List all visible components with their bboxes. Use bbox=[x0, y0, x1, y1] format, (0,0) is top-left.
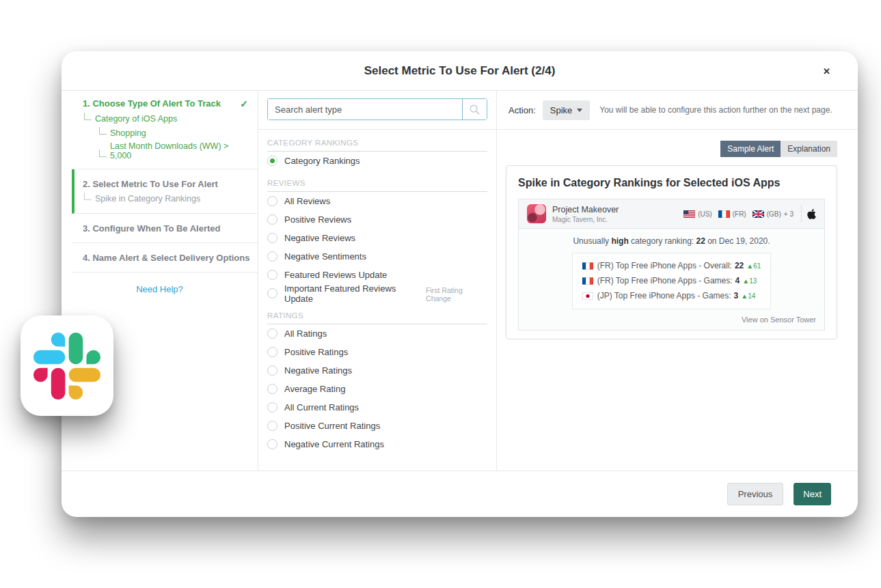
section-reviews: REVIEWS bbox=[267, 179, 487, 192]
view-on-sensor-tower-link[interactable]: View on Sensor Tower bbox=[527, 316, 816, 324]
radio-icon[interactable] bbox=[267, 384, 277, 394]
step-1-child: Category of iOS Apps bbox=[83, 113, 251, 124]
radio-icon[interactable] bbox=[267, 402, 277, 412]
close-icon[interactable]: ✕ bbox=[823, 66, 830, 75]
radio-icon[interactable] bbox=[267, 233, 277, 243]
step-1-label: 1. Choose Type Of Alert To Track bbox=[83, 98, 221, 109]
metric-option[interactable]: Positive Current Ratings bbox=[267, 417, 487, 435]
ranking-text: (JP) Top Free iPhone Apps - Games: bbox=[597, 291, 731, 300]
summary-text: category ranking: bbox=[629, 236, 696, 246]
ranking-value: 3 bbox=[734, 291, 739, 300]
summary-text: Unusually bbox=[573, 236, 611, 246]
apple-icon bbox=[807, 208, 816, 220]
metric-option[interactable]: Featured Reviews Update bbox=[267, 266, 487, 284]
metric-option-label: Negative Ratings bbox=[284, 365, 352, 376]
country-gb: (GB) bbox=[753, 210, 781, 218]
slack-logo-icon bbox=[33, 333, 100, 400]
metric-option-label: Category Rankings bbox=[284, 156, 360, 166]
metric-option[interactable]: All Current Ratings bbox=[267, 398, 487, 417]
search-button[interactable] bbox=[462, 99, 487, 120]
fr-flag-icon bbox=[582, 277, 593, 285]
app-name: Project Makeover bbox=[552, 205, 619, 214]
tree-elbow-icon bbox=[99, 127, 107, 135]
radio-icon[interactable] bbox=[267, 196, 277, 206]
metric-option[interactable]: Positive Reviews bbox=[267, 210, 487, 229]
step-1-child-label: Category of iOS Apps bbox=[95, 114, 177, 124]
radio-icon[interactable] bbox=[267, 288, 277, 298]
search-input[interactable] bbox=[268, 99, 462, 120]
step-2-block[interactable]: 2. Select Metric To Use For Alert Spike … bbox=[72, 169, 258, 214]
need-help-link[interactable]: Need Help? bbox=[62, 284, 258, 294]
step-2-title: 2. Select Metric To Use For Alert bbox=[83, 179, 251, 189]
step-1-grandchild: Shopping bbox=[98, 127, 251, 138]
more-countries: + 3 bbox=[784, 210, 794, 218]
metric-option-label: Average Rating bbox=[284, 384, 345, 394]
radio-icon[interactable] bbox=[267, 421, 277, 431]
metric-option[interactable]: Average Rating bbox=[267, 380, 487, 398]
summary-bold: 22 bbox=[696, 236, 705, 246]
preview-tabs: Sample Alert Explanation bbox=[506, 141, 837, 157]
radio-selected-icon[interactable] bbox=[267, 156, 277, 166]
metric-option[interactable]: Negative Current Ratings bbox=[267, 435, 487, 453]
metric-option[interactable]: Positive Ratings bbox=[267, 343, 487, 361]
action-dropdown[interactable]: Spike bbox=[543, 100, 591, 120]
ranking-text: (FR) Top Free iPhone Apps - Overall: bbox=[597, 261, 732, 270]
metric-option[interactable]: All Reviews bbox=[267, 192, 487, 210]
metric-list-column: CATEGORY RANKINGS Category Rankings REVI… bbox=[258, 91, 497, 471]
metric-option[interactable]: Category Rankings bbox=[267, 152, 487, 170]
metric-option[interactable]: Negative Sentiments bbox=[267, 247, 487, 266]
rank-up-delta: ▲13 bbox=[742, 277, 757, 285]
preview-panel: Sample Alert Explanation Spike in Catego… bbox=[497, 130, 858, 339]
metric-option[interactable]: Important Featured Reviews Update First … bbox=[267, 284, 487, 303]
radio-icon[interactable] bbox=[267, 347, 277, 357]
metric-option[interactable]: Negative Ratings bbox=[267, 361, 487, 380]
step-1-grandchild-label: Shopping bbox=[110, 128, 146, 138]
ranking-row: (FR) Top Free iPhone Apps - Games: 4 ▲13 bbox=[582, 273, 761, 288]
ranking-value: 4 bbox=[735, 276, 740, 285]
summary-bold: high bbox=[611, 236, 628, 246]
country-us-label: (US) bbox=[698, 210, 712, 218]
fr-flag-icon bbox=[718, 210, 730, 218]
country-fr: (FR) bbox=[718, 210, 746, 218]
modal-body: 1. Choose Type Of Alert To Track ✓ Categ… bbox=[62, 91, 858, 471]
step-3-block[interactable]: 3. Configure When To Be Alerted bbox=[72, 214, 258, 243]
radio-icon[interactable] bbox=[267, 365, 277, 376]
radio-icon[interactable] bbox=[267, 270, 277, 280]
preview-column: Action: Spike You will be able to config… bbox=[497, 91, 858, 471]
radio-icon[interactable] bbox=[267, 251, 277, 262]
next-button[interactable]: Next bbox=[794, 483, 831, 505]
slack-logo-card bbox=[21, 316, 113, 416]
metric-option[interactable]: All Ratings bbox=[267, 324, 487, 343]
ranking-row: (JP) Top Free iPhone Apps - Games: 3 ▲14 bbox=[582, 288, 761, 303]
metric-option[interactable]: Negative Reviews bbox=[267, 229, 487, 247]
alert-summary: Unusually high category ranking: 22 on D… bbox=[527, 236, 816, 246]
alert-wizard-modal: Select Metric To Use For Alert (2/4) ✕ 1… bbox=[62, 51, 858, 517]
page-background: Select Metric To Use For Alert (2/4) ✕ 1… bbox=[0, 0, 881, 588]
radio-icon[interactable] bbox=[267, 439, 277, 449]
search-box bbox=[267, 98, 487, 120]
step-4-block[interactable]: 4. Name Alert & Select Delivery Options bbox=[72, 243, 258, 272]
step-3-label: 3. Configure When To Be Alerted bbox=[83, 223, 221, 234]
app-icon bbox=[527, 204, 546, 223]
country-us: (US) bbox=[683, 210, 712, 218]
step-1-block[interactable]: 1. Choose Type Of Alert To Track ✓ Categ… bbox=[72, 91, 258, 169]
radio-icon[interactable] bbox=[267, 214, 277, 225]
app-publisher: Magic Tavern, Inc. bbox=[552, 216, 619, 223]
tree-elbow-icon bbox=[84, 113, 92, 120]
metric-option-label: Positive Reviews bbox=[284, 214, 351, 225]
tab-sample-alert[interactable]: Sample Alert bbox=[720, 141, 781, 157]
metric-option-label: All Reviews bbox=[284, 196, 330, 206]
ranking-text: (FR) Top Free iPhone Apps - Games: bbox=[597, 276, 733, 285]
alert-body: Unusually high category ranking: 22 on D… bbox=[519, 229, 824, 330]
modal-footer: Previous Next bbox=[62, 471, 858, 516]
radio-icon[interactable] bbox=[267, 328, 277, 339]
tree-elbow-icon bbox=[99, 150, 107, 157]
tab-explanation[interactable]: Explanation bbox=[781, 141, 837, 157]
jp-flag-icon bbox=[582, 292, 593, 300]
divider bbox=[258, 129, 496, 130]
divider bbox=[801, 205, 802, 223]
previous-button[interactable]: Previous bbox=[727, 483, 784, 505]
step-1-grandchild-label: Last Month Downloads (WW) > 5,000 bbox=[110, 141, 251, 160]
section-ratings: RATINGS bbox=[267, 311, 487, 324]
step-1-title: 1. Choose Type Of Alert To Track ✓ bbox=[83, 98, 251, 109]
